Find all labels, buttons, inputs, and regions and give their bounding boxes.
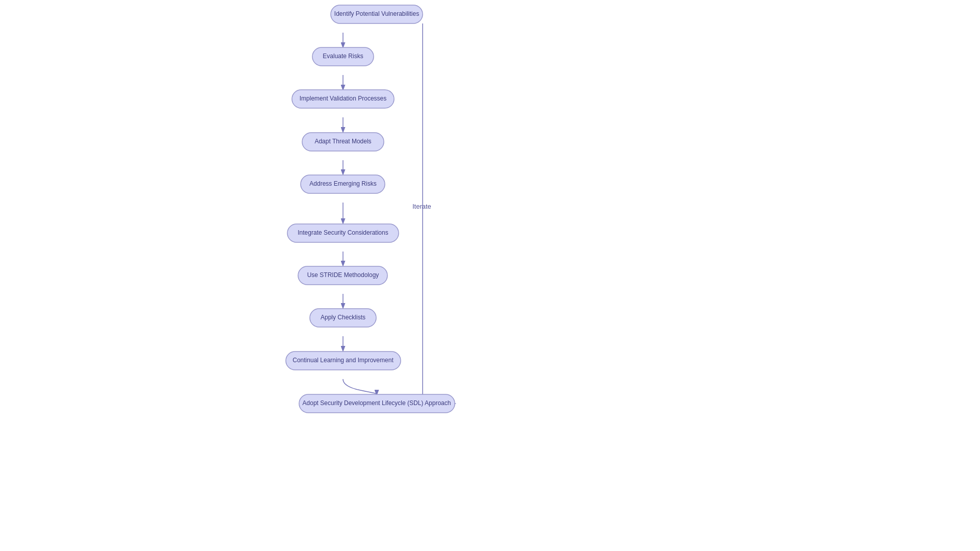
node-continual-learning-label: Continual Learning and Improvement xyxy=(292,357,394,364)
diagram-container: Identify Potential Vulnerabilities Evalu… xyxy=(0,0,980,551)
node-stride-methodology-label: Use STRIDE Methodology xyxy=(307,271,379,279)
node-evaluate-risks-label: Evaluate Risks xyxy=(323,53,363,60)
node-integrate-security-label: Integrate Security Considerations xyxy=(298,229,388,236)
node-sdl-approach-label: Adopt Security Development Lifecycle (SD… xyxy=(303,399,451,407)
iterate-loop-line xyxy=(423,23,455,404)
node-address-emerging-risks-label: Address Emerging Risks xyxy=(309,180,376,187)
iterate-label: Iterate xyxy=(412,203,431,210)
node-implement-validation-label: Implement Validation Processes xyxy=(300,95,387,102)
node-apply-checklists-label: Apply Checklists xyxy=(321,314,365,321)
node-adapt-threat-models-label: Adapt Threat Models xyxy=(314,138,371,145)
arrow-n9-n10 xyxy=(343,379,377,394)
node-identify-vulnerabilities-label: Identify Potential Vulnerabilities xyxy=(334,10,419,17)
